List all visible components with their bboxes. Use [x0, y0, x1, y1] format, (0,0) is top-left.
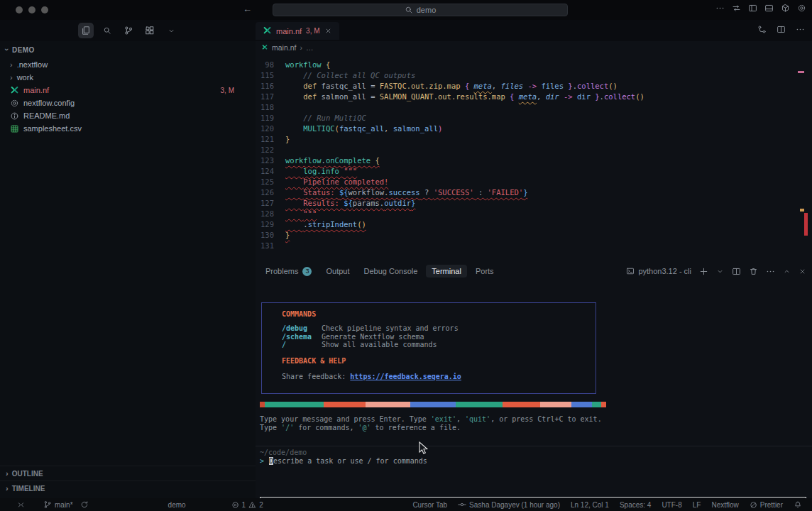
panel-tab-output[interactable]: Output — [320, 265, 355, 278]
file-item-readme-md[interactable]: README.md — [0, 109, 256, 122]
code-line-130[interactable]: 130} — [256, 230, 644, 241]
ruler-marker — [804, 213, 808, 236]
code-line-119[interactable]: 119 // Run MultiQC — [256, 113, 644, 123]
file-item-samplesheet-csv[interactable]: samplesheet.csv — [0, 122, 256, 135]
feedback-link[interactable]: https://feedback.seqera.io — [350, 373, 461, 380]
maximize-window-button[interactable] — [41, 6, 48, 13]
extensions-icon — [145, 26, 155, 35]
chevron-down-icon[interactable] — [716, 268, 724, 275]
trash-icon[interactable] — [749, 267, 758, 276]
file-item-main-nf[interactable]: main.nf3, M — [0, 84, 256, 97]
split-editor-icon[interactable] — [777, 25, 786, 34]
activity-extensions[interactable] — [142, 23, 158, 38]
more-icon[interactable] — [796, 25, 805, 34]
close-window-button[interactable] — [16, 6, 23, 13]
source-control-icon — [124, 26, 133, 35]
breadcrumb[interactable]: main.nf › … — [256, 41, 812, 54]
code-line-129[interactable]: 129 .stripIndent() — [256, 219, 644, 230]
indentation-status[interactable]: Spaces: 4 — [620, 501, 651, 509]
plus-icon[interactable] — [699, 267, 708, 276]
close-icon[interactable] — [799, 268, 806, 275]
code-line-121[interactable]: 121} — [256, 134, 644, 145]
activity-search[interactable] — [99, 23, 115, 38]
cube-icon[interactable] — [781, 4, 790, 13]
sidebar-section-timeline[interactable]: ›TIMELINE — [0, 480, 256, 495]
language-status[interactable]: Nextflow — [711, 501, 738, 509]
chevron-down-icon: › — [3, 48, 11, 51]
code-line-123[interactable]: 123workflow.onComplete { — [256, 155, 644, 166]
nextflow-icon — [263, 26, 272, 35]
code-area: 98workflow {115 // Collect all QC output… — [256, 60, 644, 251]
more-icon[interactable] — [766, 267, 775, 276]
cursor-position-status[interactable]: Ln 12, Col 1 — [571, 501, 609, 509]
assistant-command-row: /debugCheck pipeline syntax and errors — [282, 324, 586, 333]
code-line-118[interactable]: 118 — [256, 102, 644, 113]
code-line-98[interactable]: 98workflow { — [256, 60, 644, 70]
activity-source-control[interactable] — [121, 23, 136, 38]
file-item-work[interactable]: ›work — [0, 71, 256, 84]
more-icon[interactable] — [715, 4, 725, 13]
code-line-120[interactable]: 120 MULTIQC(fastqc_all, salmon_all) — [256, 123, 644, 134]
file-item--nextflow[interactable]: ›.nextflow — [0, 58, 256, 71]
panel-tab-ports[interactable]: Ports — [470, 265, 500, 278]
code-line-116[interactable]: 116 def fastqc_all = FASTQC.out.zip.map … — [256, 81, 644, 92]
activity-files[interactable] — [78, 23, 94, 38]
command-description: Show all available commands — [322, 341, 437, 348]
problems-status[interactable]: 12 — [231, 501, 263, 509]
code-line-126[interactable]: 126 Status: ${workflow.success ? 'SUCCES… — [256, 187, 644, 198]
chevron-right-icon: › — [6, 469, 9, 478]
code-line-117[interactable]: 117 def salmon_all = SALMON_QUANT.out.re… — [256, 92, 644, 102]
chat-input[interactable]: >Describe a task or use / for commands — [260, 457, 427, 465]
notifications-status[interactable] — [794, 500, 802, 509]
command-center-search[interactable]: demo — [273, 4, 568, 16]
divider — [256, 446, 812, 446]
hint-line-1: Type your message and press Enter. Type … — [260, 415, 602, 424]
branch-status[interactable]: main* — [43, 500, 73, 509]
panel-tab-terminal[interactable]: Terminal — [426, 265, 467, 278]
layout-panel-icon[interactable] — [764, 4, 774, 13]
swap-arrows-icon[interactable] — [732, 4, 741, 13]
ruler-marker — [800, 209, 804, 211]
close-icon[interactable] — [324, 27, 332, 35]
code-line-131[interactable]: 131 — [256, 241, 644, 251]
flow-icon[interactable] — [757, 25, 767, 34]
code-line-122[interactable]: 122 — [256, 145, 644, 155]
panel-tab-problems[interactable]: Problems3 — [260, 265, 317, 278]
workspace-status[interactable]: demo — [168, 501, 186, 509]
file-label: nextflow.config — [23, 99, 75, 107]
tab-main-nf[interactable]: main.nf 3, M — [256, 22, 339, 40]
section-label: TIMELINE — [12, 485, 45, 493]
sync-icon — [80, 500, 89, 509]
layout-sidebar-icon[interactable] — [748, 4, 757, 13]
blame-status[interactable]: Sasha Dagayev (1 hour ago) — [458, 500, 560, 509]
line-content: log.info """ — [285, 166, 357, 177]
breadcrumb-separator: › — [300, 43, 302, 52]
minimize-window-button[interactable] — [28, 6, 35, 13]
terminal-view[interactable]: COMMANDS /debugCheck pipeline syntax and… — [256, 281, 812, 498]
panel-tab-debug-console[interactable]: Debug Console — [358, 265, 424, 278]
back-icon[interactable]: ← — [243, 4, 252, 14]
prettier-status[interactable]: Prettier — [750, 501, 783, 509]
cursor-tab-status[interactable]: Cursor Tab — [412, 501, 447, 509]
code-line-125[interactable]: 125 Pipeline completed! — [256, 177, 644, 187]
chevron-up-icon[interactable] — [783, 268, 791, 275]
line-number: 129 — [256, 219, 274, 230]
code-line-115[interactable]: 115 // Collect all QC outputs — [256, 70, 644, 81]
code-line-128[interactable]: 128 """ — [256, 209, 644, 219]
file-item-nextflow-config[interactable]: nextflow.config — [0, 97, 256, 109]
assistant-help-box: COMMANDS /debugCheck pipeline syntax and… — [261, 302, 596, 394]
code-line-127[interactable]: 127 Results: ${params.outdir} — [256, 198, 644, 209]
terminal-shell-picker[interactable]: python3.12 - cli — [626, 267, 691, 275]
activity-chevron-down[interactable] — [163, 23, 179, 38]
sidebar-section-outline[interactable]: ›OUTLINE — [0, 466, 256, 480]
line-number: 118 — [256, 102, 274, 113]
encoding-status[interactable]: UTF-8 — [662, 501, 681, 509]
explorer-section-demo[interactable]: › DEMO — [0, 41, 256, 57]
status-text: UTF-8 — [662, 501, 681, 509]
gear-icon[interactable] — [797, 4, 806, 13]
sync-status[interactable] — [80, 500, 89, 509]
eol-status[interactable]: LF — [693, 501, 701, 509]
remote-indicator[interactable] — [17, 501, 25, 509]
code-line-124[interactable]: 124 log.info """ — [256, 166, 644, 177]
split-panel-icon[interactable] — [732, 267, 741, 276]
